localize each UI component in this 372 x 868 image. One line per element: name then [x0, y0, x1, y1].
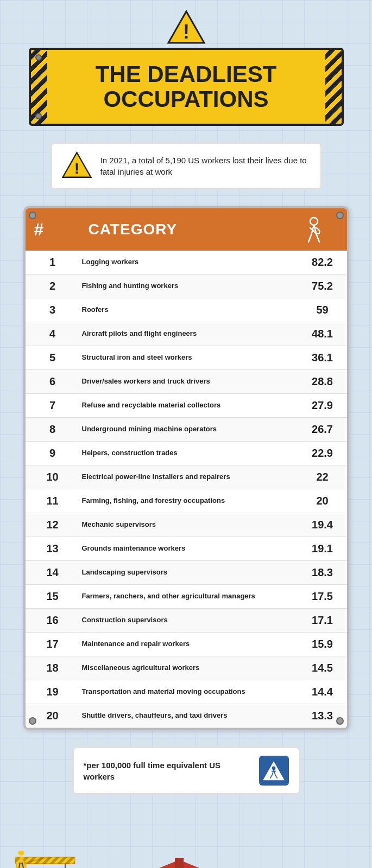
svg-point-6: [272, 766, 276, 770]
table-row: 13Grounds maintenance workers19.1: [26, 537, 347, 561]
row-rank: 17: [26, 634, 80, 655]
svg-rect-25: [175, 858, 184, 868]
row-category: Refuse and recyclable material collector…: [80, 397, 298, 414]
screw-tl: [35, 54, 42, 61]
row-category: Transportation and material moving occup…: [80, 683, 298, 701]
row-rank: 18: [26, 658, 80, 679]
row-category: Mechanic supervisors: [80, 516, 298, 534]
row-value: 19.4: [298, 514, 347, 535]
row-rank: 6: [26, 371, 80, 392]
row-category: Electrical power-line installers and rep…: [80, 468, 298, 486]
row-category: Aircraft pilots and flight engineers: [80, 325, 298, 343]
table-row: 16Construction supervisors17.1: [26, 609, 347, 633]
row-value: 19.1: [298, 538, 347, 559]
row-value: 27.9: [298, 395, 347, 416]
table-row: 6Driver/sales workers and truck drivers2…: [26, 370, 347, 394]
screw-bl: [35, 113, 42, 119]
row-category: Logging workers: [80, 253, 298, 271]
table-row: 8Underground mining machine operators26.…: [26, 418, 347, 442]
row-value: 22: [298, 467, 347, 488]
row-category: Miscellaneous agricultural workers: [80, 659, 298, 677]
table-row: 12Mechanic supervisors19.4: [26, 513, 347, 537]
svg-text:!: !: [74, 160, 79, 177]
panel-screw-tl: [29, 212, 36, 219]
row-category: Underground mining machine operators: [80, 420, 298, 438]
panel-screw-bl: [29, 717, 36, 725]
table-row: 9Helpers, construction trades22.9: [26, 442, 347, 465]
info-text: In 2021, a total of 5,190 US workers los…: [100, 155, 311, 177]
row-value: 28.8: [298, 371, 347, 392]
row-rank: 1: [26, 252, 80, 273]
row-category: Farmers, ranchers, and other agricultura…: [80, 588, 298, 605]
row-rank: 8: [26, 419, 80, 440]
svg-rect-17: [20, 857, 23, 863]
row-rank: 11: [26, 490, 80, 512]
table-row: 4Aircraft pilots and flight engineers48.…: [26, 322, 347, 346]
row-rank: 14: [26, 562, 80, 583]
row-rank: 19: [26, 681, 80, 703]
scene-bottom: [0, 806, 372, 868]
table-panel: # CATEGORY 1Logging workers82.22Fishing …: [23, 206, 349, 730]
title-inner: THE DEADLIEST OCCUPATIONS: [47, 60, 325, 114]
row-value: 59: [298, 299, 347, 321]
table-row: 18Miscellaneous agricultural workers14.5: [26, 656, 347, 680]
warning-top: !: [167, 11, 205, 43]
title-banner: THE DEADLIEST OCCUPATIONS: [29, 48, 344, 126]
row-value: 20: [298, 490, 347, 512]
title-line2: OCCUPATIONS: [53, 87, 320, 112]
row-rank: 5: [26, 347, 80, 368]
row-category: Landscaping supervisors: [80, 564, 298, 582]
footnote-text: *per 100,000 full time equivalent US wor…: [84, 760, 250, 782]
info-triangle-icon: !: [62, 151, 92, 181]
row-value: 36.1: [298, 347, 347, 368]
row-rank: 16: [26, 610, 80, 631]
table-row: 7Refuse and recyclable material collecto…: [26, 394, 347, 418]
row-value: 17.1: [298, 610, 347, 631]
screw-tr: [331, 54, 337, 61]
svg-point-4: [310, 218, 318, 225]
header-icon: [289, 216, 338, 243]
row-category: Shuttle drivers, chauffeurs, and taxi dr…: [80, 707, 298, 725]
row-value: 75.2: [298, 276, 347, 297]
table-row: 14Landscaping supervisors18.3: [26, 561, 347, 585]
table-header: # CATEGORY: [26, 208, 347, 251]
table-row: 3Roofers59: [26, 298, 347, 322]
table-row: 1Logging workers82.2: [26, 251, 347, 275]
info-box: ! In 2021, a total of 5,190 US workers l…: [51, 142, 322, 190]
row-category: Grounds maintenance workers: [80, 540, 298, 558]
row-value: 14.5: [298, 658, 347, 679]
row-value: 22.9: [298, 443, 347, 464]
row-value: 15.9: [298, 634, 347, 655]
row-rank: 12: [26, 514, 80, 535]
row-rank: 15: [26, 586, 80, 607]
screw-br: [331, 113, 337, 119]
panel-screw-tr: [336, 212, 344, 219]
header-num: #: [34, 220, 89, 240]
row-category: Driver/sales workers and truck drivers: [80, 373, 298, 391]
row-category: Farming, fishing, and forestry occupatio…: [80, 492, 298, 510]
row-value: 82.2: [298, 252, 347, 273]
table-row: 17Maintenance and repair workers15.9: [26, 633, 347, 656]
row-category: Fishing and hunting workers: [80, 277, 298, 295]
row-category: Roofers: [80, 301, 298, 319]
row-rank: 13: [26, 538, 80, 559]
row-value: 18.3: [298, 562, 347, 583]
svg-rect-15: [15, 857, 75, 864]
row-value: 17.5: [298, 586, 347, 607]
row-category: Helpers, construction trades: [80, 444, 298, 462]
table-row: 2Fishing and hunting workers75.2: [26, 275, 347, 298]
panel-screw-br: [336, 717, 344, 725]
row-rank: 9: [26, 443, 80, 464]
row-rank: 2: [26, 276, 80, 297]
table-row: 10Electrical power-line installers and r…: [26, 465, 347, 489]
row-value: 26.7: [298, 419, 347, 440]
footnote-box: *per 100,000 full time equivalent US wor…: [72, 746, 300, 795]
footnote-icon-box: [259, 756, 289, 786]
title-line1: THE DEADLIEST: [53, 62, 320, 87]
svg-text:!: !: [183, 21, 190, 43]
table-row: 20Shuttle drivers, chauffeurs, and taxi …: [26, 704, 347, 728]
table-row: 15Farmers, ranchers, and other agricultu…: [26, 585, 347, 609]
row-category: Construction supervisors: [80, 611, 298, 629]
table-rows: 1Logging workers82.22Fishing and hunting…: [26, 251, 347, 728]
header-cat: CATEGORY: [89, 221, 289, 238]
